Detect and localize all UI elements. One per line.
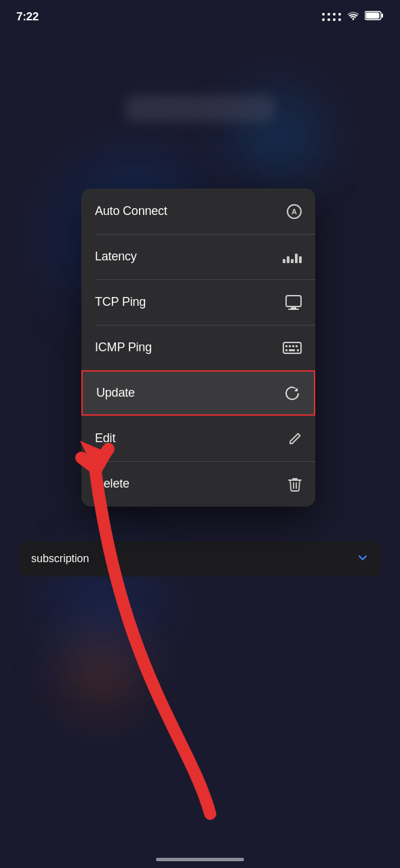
top-bar-blur <box>125 95 275 122</box>
status-time: 7:22 <box>16 10 39 24</box>
tcp-ping-label: TCP Ping <box>95 295 146 309</box>
bg-glow-4 <box>41 610 163 732</box>
delete-label: Delete <box>95 477 129 491</box>
menu-item-auto-connect[interactable]: Auto Connect A <box>81 189 315 234</box>
svg-rect-6 <box>283 342 301 353</box>
delete-icon <box>288 477 302 492</box>
menu-item-update[interactable]: Update <box>81 370 315 416</box>
svg-rect-12 <box>289 349 295 351</box>
svg-rect-10 <box>296 345 298 347</box>
update-label: Update <box>96 386 135 400</box>
chevron-down-icon <box>357 551 369 567</box>
svg-rect-8 <box>289 345 291 347</box>
menu-item-delete[interactable]: Delete <box>81 461 315 507</box>
svg-rect-11 <box>285 349 287 351</box>
auto-connect-icon: A <box>287 204 302 219</box>
menu-item-edit[interactable]: Edit <box>81 416 315 461</box>
icmp-ping-label: ICMP Ping <box>95 340 152 355</box>
status-icons <box>322 11 384 23</box>
tcp-ping-icon <box>285 295 302 310</box>
latency-icon <box>283 251 302 263</box>
subscription-bar[interactable]: subscription <box>19 541 381 576</box>
battery-icon <box>365 11 384 23</box>
apps-icon <box>322 13 342 22</box>
status-bar: 7:22 <box>0 0 400 34</box>
svg-rect-3 <box>286 296 301 307</box>
wifi-icon <box>347 11 359 23</box>
icmp-ping-icon <box>283 342 302 354</box>
edit-label: Edit <box>95 431 115 446</box>
bg-glow-2 <box>210 68 346 203</box>
edit-icon <box>288 432 302 446</box>
subscription-label: subscription <box>31 553 89 565</box>
latency-label: Latency <box>95 250 137 264</box>
menu-item-icmp-ping[interactable]: ICMP Ping <box>81 325 315 370</box>
menu-item-tcp-ping[interactable]: TCP Ping <box>81 279 315 325</box>
update-icon <box>284 385 300 401</box>
svg-rect-13 <box>297 349 299 351</box>
svg-rect-1 <box>382 14 383 18</box>
auto-connect-label: Auto Connect <box>95 204 167 218</box>
svg-rect-9 <box>292 345 294 347</box>
svg-rect-2 <box>366 13 380 19</box>
svg-rect-7 <box>285 345 287 347</box>
home-indicator <box>156 858 244 861</box>
menu-item-latency[interactable]: Latency <box>81 234 315 279</box>
context-menu: Auto Connect A Latency TCP Ping <box>81 189 315 507</box>
